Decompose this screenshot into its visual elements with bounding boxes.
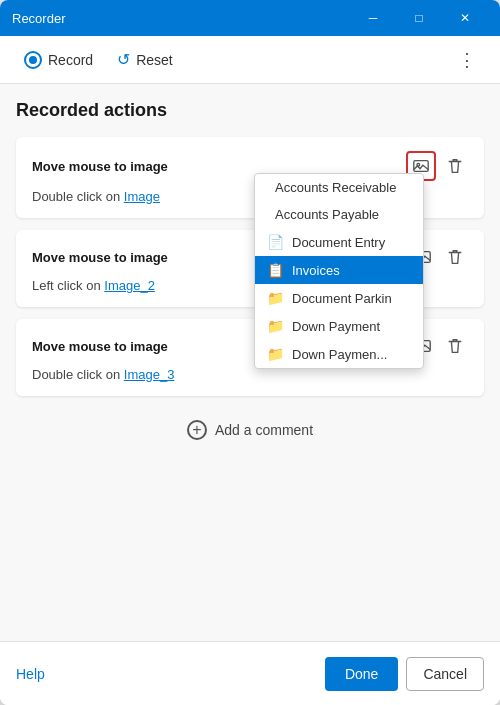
dropdown-item-label: Down Paymen... <box>292 347 387 362</box>
dropdown-item-label: Invoices <box>292 263 340 278</box>
document-parking-icon: 📁 <box>267 290 284 306</box>
window-title: Recorder <box>12 11 350 26</box>
action-1-prefix: Double click on <box>32 189 124 204</box>
action-3-detail: Double click on Image_3 <box>32 367 468 382</box>
more-options-button[interactable]: ⋮ <box>450 45 484 75</box>
dropdown-item-label: Accounts Receivable <box>275 180 396 195</box>
dropdown-item-label: Document Parkin <box>292 291 392 306</box>
trash-icon <box>446 157 464 175</box>
svg-rect-0 <box>414 161 428 172</box>
action-1-delete-button[interactable] <box>442 153 468 179</box>
reset-icon: ↺ <box>117 50 130 69</box>
action-2-title: Move mouse to image <box>32 250 168 265</box>
recorder-window: Recorder ─ □ ✕ Record ↺ Reset ⋮ Recorded… <box>0 0 500 705</box>
action-1-title: Move mouse to image <box>32 159 168 174</box>
action-2-delete-button[interactable] <box>442 244 468 270</box>
action-3-title: Move mouse to image <box>32 339 168 354</box>
document-entry-icon: 📄 <box>267 234 284 250</box>
footer: Help Done Cancel <box>0 641 500 705</box>
trash-icon-2 <box>446 248 464 266</box>
close-button[interactable]: ✕ <box>442 0 488 36</box>
record-icon <box>24 51 42 69</box>
action-3-delete-button[interactable] <box>442 333 468 359</box>
dropdown-item-invoices[interactable]: 📋 Invoices <box>255 256 423 284</box>
action-3-link[interactable]: Image_3 <box>124 367 175 382</box>
cancel-button[interactable]: Cancel <box>406 657 484 691</box>
footer-actions: Done Cancel <box>325 657 484 691</box>
down-payment-2-icon: 📁 <box>267 346 284 362</box>
dropdown-item-down-payment-2[interactable]: 📁 Down Paymen... <box>255 340 423 368</box>
action-2-prefix: Left click on <box>32 278 104 293</box>
minimize-button[interactable]: ─ <box>350 0 396 36</box>
action-3-prefix: Double click on <box>32 367 124 382</box>
dropdown-item-label: Accounts Payable <box>275 207 379 222</box>
help-button[interactable]: Help <box>16 666 45 682</box>
dropdown-item-label: Down Payment <box>292 319 380 334</box>
action-1-link[interactable]: Image <box>124 189 160 204</box>
section-title: Recorded actions <box>16 100 484 121</box>
done-button[interactable]: Done <box>325 657 398 691</box>
add-comment-button[interactable]: + Add a comment <box>16 408 484 452</box>
record-label: Record <box>48 52 93 68</box>
dropdown-item-down-payment[interactable]: 📁 Down Payment <box>255 312 423 340</box>
dropdown-item-label: Document Entry <box>292 235 385 250</box>
action-card-1: Move mouse to image <box>16 137 484 218</box>
add-comment-icon: + <box>187 420 207 440</box>
toolbar: Record ↺ Reset ⋮ <box>0 36 500 84</box>
record-dot <box>29 56 37 64</box>
dropdown-item-document-parking[interactable]: 📁 Document Parkin <box>255 284 423 312</box>
dropdown-menu: Accounts Receivable Accounts Payable 📄 D… <box>254 173 424 369</box>
trash-icon-3 <box>446 337 464 355</box>
maximize-button[interactable]: □ <box>396 0 442 36</box>
dropdown-item-document-entry[interactable]: 📄 Document Entry <box>255 228 423 256</box>
action-2-link[interactable]: Image_2 <box>104 278 155 293</box>
down-payment-icon: 📁 <box>267 318 284 334</box>
dropdown-item-accounts-receivable[interactable]: Accounts Receivable <box>255 174 423 201</box>
reset-button[interactable]: ↺ Reset <box>109 46 181 73</box>
window-controls: ─ □ ✕ <box>350 0 488 36</box>
dropdown-item-accounts-payable[interactable]: Accounts Payable <box>255 201 423 228</box>
reset-label: Reset <box>136 52 173 68</box>
record-button[interactable]: Record <box>16 47 101 73</box>
add-comment-label: Add a comment <box>215 422 313 438</box>
invoices-icon: 📋 <box>267 262 284 278</box>
main-content: Recorded actions Move mouse to image <box>0 84 500 641</box>
title-bar: Recorder ─ □ ✕ <box>0 0 500 36</box>
